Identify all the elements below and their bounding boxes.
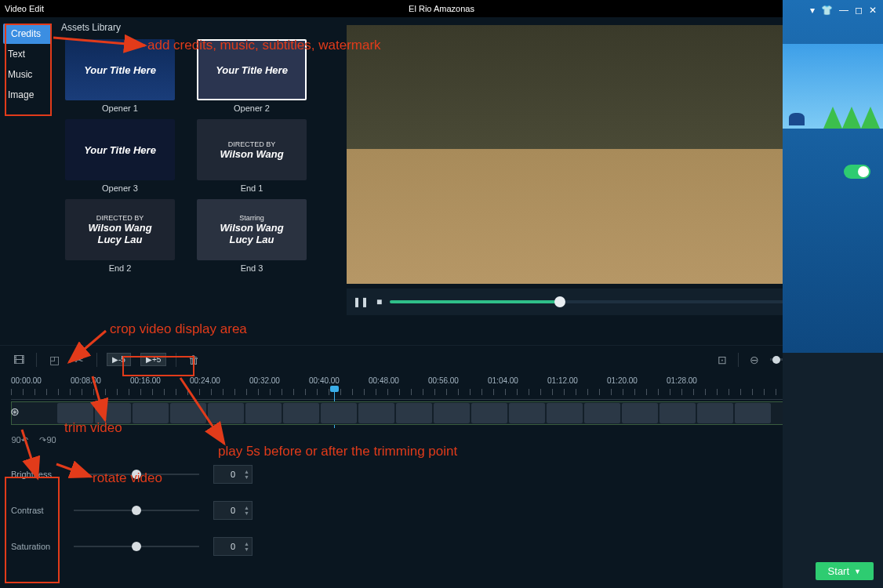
timeline-toolbar: 🎞 ◰ ✂ ▶-5 ▶+5 🗑 ⊡ ⊖ ⊕ — [0, 345, 883, 373]
time-label: 01:12.00 — [547, 376, 607, 389]
slider-label: Saturation — [11, 542, 60, 551]
time-label: 00:00.00 — [11, 376, 71, 389]
tab-music[interactable]: Music — [0, 64, 55, 85]
bg-pin-icon[interactable]: ▾ — [810, 5, 815, 16]
tab-credits[interactable]: Credits — [3, 24, 52, 44]
adjust-panel: 90↶ ↷90 Brightness0▲▼Contrast0▲▼Saturati… — [0, 425, 883, 571]
saturation-slider[interactable] — [74, 546, 199, 547]
video-track[interactable]: ⊛ — [11, 401, 872, 425]
time-label: 01:04.00 — [488, 376, 547, 389]
rotate-left-button[interactable]: 90↶ — [11, 431, 28, 448]
film-icon[interactable]: 🎞 — [11, 352, 27, 368]
time-ruler[interactable]: 00:00.0000:08.0000:16.0000:24.0000:32.00… — [11, 376, 872, 389]
seek-bar[interactable] — [390, 300, 815, 303]
trim-icon[interactable]: ✂ — [71, 352, 87, 368]
asset-end-3[interactable]: StarringWilson WangLucy Lau End 3 — [193, 199, 311, 273]
contrast-value[interactable]: 0▲▼ — [213, 501, 253, 520]
assets-header: Assets Library — [61, 22, 322, 33]
saturation-value[interactable]: 0▲▼ — [213, 537, 253, 556]
start-dropdown-icon[interactable]: ▼ — [854, 568, 861, 575]
time-label: 01:20.00 — [607, 376, 667, 389]
tab-image[interactable]: Image — [0, 85, 55, 105]
side-tabs: Credits Text Music Image — [0, 17, 55, 345]
pause-button[interactable]: ❚❚ — [353, 296, 369, 307]
time-label: 00:16.00 — [130, 376, 190, 389]
bg-skin-icon[interactable]: 👕 — [821, 5, 833, 16]
slider-row-brightness: Brightness0▲▼ — [11, 456, 872, 492]
bg-minimize-icon[interactable]: — — [839, 5, 848, 16]
play-controls: ❚❚ ■ 🔊 ⛶ — [347, 289, 858, 315]
asset-opener-3[interactable]: Your Title Here Opener 3 — [61, 119, 179, 193]
time-label: 00:48.00 — [369, 376, 428, 389]
brightness-slider[interactable] — [74, 474, 199, 475]
bg-maximize-icon[interactable]: ◻ — [855, 5, 863, 16]
start-button[interactable]: Start▼ — [816, 562, 874, 580]
asset-end-2[interactable]: DIRECTED BYWilson WangLucy Lau End 2 — [61, 199, 179, 273]
app-title: Video Edit — [5, 4, 44, 13]
skip-back-5s[interactable]: ▶-5 — [107, 353, 131, 366]
toggle-switch[interactable] — [844, 165, 870, 179]
titlebar: Video Edit El Rio Amazonas — ◻ ✕ — [0, 0, 883, 17]
video-preview[interactable] — [347, 25, 858, 284]
background-app-panel: ▾ 👕 — ◻ ✕ Start▼ — [783, 0, 883, 588]
slider-row-contrast: Contrast0▲▼ — [11, 492, 872, 528]
asset-opener-2[interactable]: Your Title Here Opener 2 — [193, 39, 311, 113]
brightness-value[interactable]: 0▲▼ — [213, 465, 253, 484]
assets-panel: Assets Library Your Title Here Opener 1 … — [55, 17, 322, 345]
skip-forward-5s[interactable]: ▶+5 — [140, 353, 166, 366]
time-label: 00:08.00 — [71, 376, 130, 389]
time-label: 00:24.00 — [190, 376, 249, 389]
asset-end-1[interactable]: DIRECTED BYWilson Wang End 1 — [193, 119, 311, 193]
time-label: 01:28.00 — [667, 376, 726, 389]
video-time: 00:37.00 / 01:37.00 — [329, 331, 858, 340]
reel-icon: ⊛ — [10, 405, 26, 421]
fit-icon[interactable]: ⊡ — [714, 352, 730, 368]
bg-close-icon[interactable]: ✕ — [869, 5, 877, 16]
crop-icon[interactable]: ◰ — [46, 352, 62, 368]
rotate-right-button[interactable]: ↷90 — [39, 431, 56, 448]
timeline: 00:00.0000:08.0000:16.0000:24.0000:32.00… — [0, 373, 883, 425]
delete-icon[interactable]: 🗑 — [186, 352, 202, 368]
asset-opener-1[interactable]: Your Title Here Opener 1 — [61, 39, 179, 113]
tick-row[interactable] — [11, 389, 872, 400]
document-title: El Rio Amazonas — [409, 4, 474, 13]
time-label: 00:32.00 — [249, 376, 309, 389]
time-label: 00:56.00 — [428, 376, 488, 389]
slider-label: Brightness — [11, 470, 60, 479]
video-resolution: 320*240 — [329, 318, 858, 328]
slider-label: Contrast — [11, 506, 60, 515]
stop-button[interactable]: ■ — [376, 296, 382, 307]
zoom-out-icon[interactable]: ⊖ — [747, 352, 762, 368]
tab-text[interactable]: Text — [0, 44, 55, 64]
contrast-slider[interactable] — [74, 510, 199, 511]
time-label: 00:40.00 — [309, 376, 369, 389]
slider-row-saturation: Saturation0▲▼ — [11, 528, 872, 564]
